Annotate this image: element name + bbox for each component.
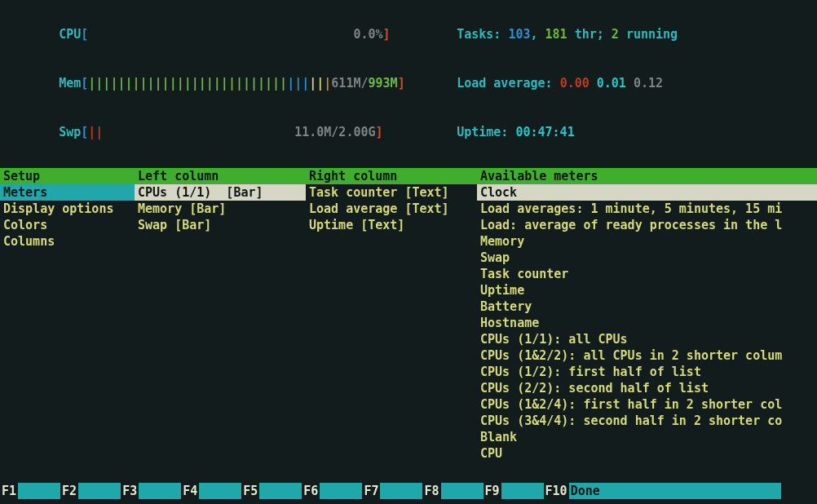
list-item[interactable]: Load average [Text] — [306, 201, 477, 217]
fkey-caption — [139, 483, 181, 499]
list-item[interactable]: Task counter — [477, 266, 817, 282]
tasks-procs: 103 — [508, 27, 530, 42]
bracket-open-icon: [ — [81, 76, 88, 91]
load-5m: 0.01 — [597, 76, 626, 91]
fkey[interactable]: F7 — [362, 483, 422, 499]
list-item[interactable]: CPUs (1&2/4): first half in 2 shorter co… — [477, 396, 817, 413]
mem-used: 611M/ — [331, 76, 368, 91]
fkey[interactable]: F10Done — [544, 483, 781, 499]
available-meters-list[interactable]: ClockLoad averages: 1 minute, 5 minutes,… — [477, 184, 817, 462]
mem-total: 993M — [369, 76, 398, 91]
right-column-list[interactable]: Task counter [Text]Load average [Text]Up… — [306, 184, 477, 233]
bracket-open-icon: [ — [81, 27, 88, 42]
list-item[interactable]: Load averages: 1 minute, 5 minutes, 15 m… — [477, 201, 817, 217]
mem-bars-shared: || — [309, 76, 324, 91]
cpu-label: CPU — [59, 27, 81, 42]
swp-value: 11.0M/2.00G — [294, 125, 375, 139]
available-meters-header: Available meters — [477, 168, 817, 184]
list-item[interactable]: Hostname — [477, 315, 817, 331]
list-item[interactable]: Task counter [Text] — [306, 184, 477, 201]
available-meters-pane: Available meters ClockLoad averages: 1 m… — [477, 168, 817, 462]
fkey-label: F9 — [484, 483, 501, 499]
mem-bars-cache: | — [324, 76, 331, 91]
swp-pad — [103, 125, 294, 139]
function-key-bar: F1F2F3F4F5F6F7F8F9F10Done — [0, 483, 817, 499]
tasks-running-word: running — [619, 27, 678, 42]
sp — [590, 76, 597, 91]
memory-meter: Mem[|||||||||||||||||||||||||||||||||611… — [15, 59, 373, 108]
fkey[interactable]: F5 — [241, 483, 302, 499]
swp-bars: || — [88, 125, 103, 139]
list-item[interactable]: Load: average of ready processes in the … — [477, 217, 817, 233]
fkey-caption — [501, 483, 544, 499]
list-item[interactable]: CPUs (1/1): all CPUs — [477, 331, 817, 347]
tasks-threads: 181 — [545, 27, 567, 42]
fkey-caption — [18, 483, 60, 499]
list-item[interactable]: CPUs (3&4/4): second half in 2 shorter c… — [477, 413, 817, 429]
fkey[interactable]: F6 — [302, 483, 362, 499]
list-item[interactable]: Memory [Bar] — [135, 201, 306, 217]
fkey[interactable]: F1 — [0, 483, 60, 499]
fkey-caption — [380, 483, 422, 499]
setup-panes: Setup MetersDisplay optionsColorsColumns… — [0, 168, 817, 462]
list-item[interactable]: CPUs (2/2): second half of list — [477, 380, 817, 396]
list-item[interactable]: CPUs (1/2): first half of list — [477, 364, 817, 380]
bracket-close-icon: ] — [376, 125, 383, 139]
header-meters: CPU[ 0.0%] Mem[|||||||||||||||||||||||||… — [0, 10, 817, 157]
bracket-open-icon: [ — [81, 125, 88, 139]
fkey-label: F4 — [181, 483, 199, 499]
fkey-label: F7 — [362, 483, 380, 499]
uptime: Uptime: 00:47:41 — [413, 108, 802, 157]
fkey-label: F3 — [121, 483, 139, 499]
fkey-label: F10 — [544, 483, 569, 499]
mem-label: Mem — [59, 76, 81, 91]
sp — [626, 76, 634, 91]
fkey-label: F6 — [302, 483, 320, 499]
tasks-counter: Tasks: 103, 181 thr; 2 running — [413, 10, 802, 59]
fkey-label: F2 — [60, 483, 78, 499]
load-1m: 0.00 — [560, 76, 590, 91]
meters-right: Tasks: 103, 181 thr; 2 running Load aver… — [413, 10, 802, 157]
list-item[interactable]: Colors — [0, 217, 135, 233]
list-item[interactable]: Blank — [477, 429, 817, 445]
left-column-pane: Left column CPUs (1/1) [Bar]Memory [Bar]… — [135, 168, 306, 462]
bracket-close-icon: ] — [398, 76, 405, 91]
uptime-label: Uptime: — [457, 125, 515, 139]
left-column-list[interactable]: CPUs (1/1) [Bar]Memory [Bar]Swap [Bar] — [135, 184, 306, 233]
list-item[interactable]: Swap [Bar] — [135, 217, 306, 233]
list-item[interactable]: Uptime — [477, 282, 817, 298]
fkey[interactable]: F4 — [181, 483, 241, 499]
right-column-header: Right column — [306, 168, 477, 184]
fkey-caption — [320, 483, 362, 499]
tasks-sep: , — [531, 27, 545, 42]
list-item[interactable]: CPU — [477, 445, 817, 462]
list-item[interactable]: Display options — [0, 201, 135, 217]
fkey[interactable]: F8 — [422, 483, 483, 499]
list-item[interactable]: Battery — [477, 298, 817, 315]
cpu-bars — [88, 27, 353, 42]
setup-pane: Setup MetersDisplay optionsColorsColumns — [0, 168, 135, 462]
mem-bars-buffers: ||| — [287, 76, 309, 91]
meters-left: CPU[ 0.0%] Mem[|||||||||||||||||||||||||… — [15, 10, 373, 157]
list-item[interactable]: Uptime [Text] — [306, 217, 477, 233]
list-item[interactable]: Clock — [477, 184, 817, 201]
list-item[interactable]: CPUs (1&2/2): all CPUs in 2 shorter colu… — [477, 347, 817, 364]
list-item[interactable]: Columns — [0, 233, 135, 250]
left-column-header: Left column — [135, 168, 306, 184]
list-item[interactable]: Memory — [477, 233, 817, 250]
fkey[interactable]: F3 — [121, 483, 181, 499]
fkey[interactable]: F2 — [60, 483, 121, 499]
swp-label: Swp — [59, 125, 81, 139]
setup-list[interactable]: MetersDisplay optionsColorsColumns — [0, 184, 135, 250]
fkey-label: F8 — [422, 483, 440, 499]
bracket-close-icon: ] — [383, 27, 391, 42]
list-item[interactable]: CPUs (1/1) [Bar] — [135, 184, 306, 201]
fkey[interactable]: F9 — [484, 483, 544, 499]
load-15m: 0.12 — [634, 76, 663, 91]
fkey-caption — [199, 483, 241, 499]
load-average: Load average: 0.00 0.01 0.12 — [413, 59, 802, 108]
list-item[interactable]: Meters — [0, 184, 135, 201]
list-item[interactable]: Swap — [477, 250, 817, 266]
fkey-label: F1 — [0, 483, 18, 499]
cpu-value: 0.0% — [353, 27, 382, 42]
